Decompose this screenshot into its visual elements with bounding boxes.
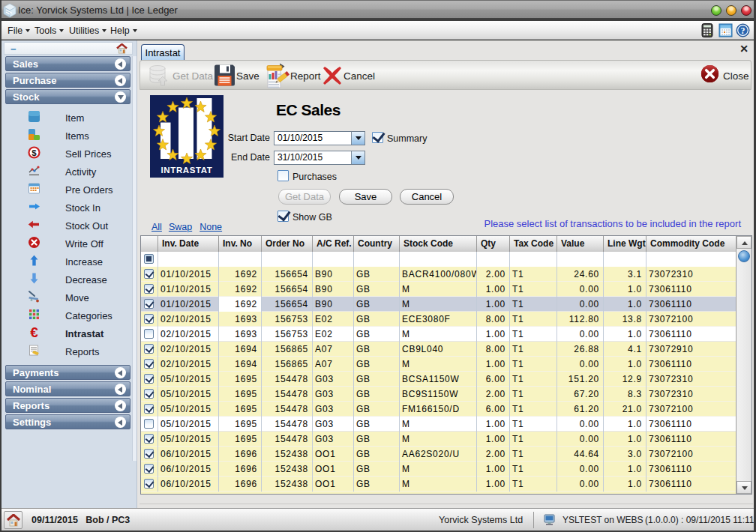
svg-text:?: ? — [741, 25, 746, 36]
svg-text:$: $ — [32, 148, 37, 157]
svg-text:€: € — [30, 326, 38, 339]
svg-text:INTRASTAT: INTRASTAT — [161, 166, 213, 175]
